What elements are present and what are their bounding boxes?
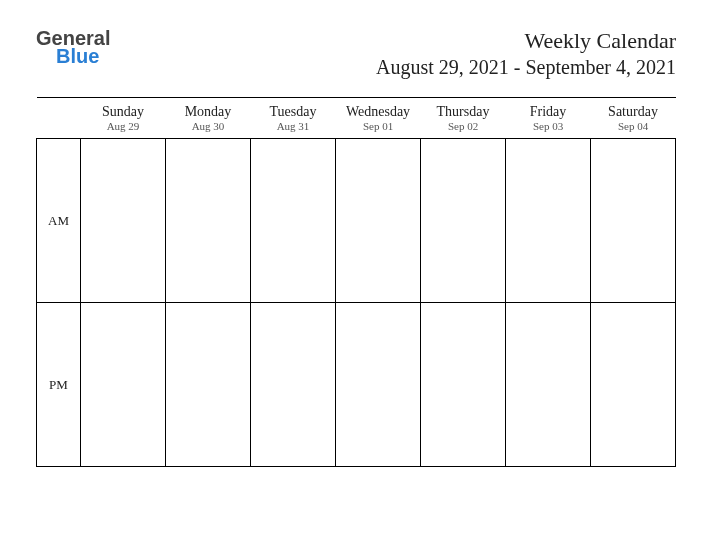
day-header: Saturday [591, 98, 676, 121]
calendar-cell [591, 139, 676, 303]
calendar-cell [251, 303, 336, 467]
header: General Blue Weekly Calendar August 29, … [36, 28, 676, 79]
logo-part2: Blue [56, 46, 110, 66]
page-title: Weekly Calendar [376, 28, 676, 54]
calendar-cell [251, 139, 336, 303]
title-block: Weekly Calendar August 29, 2021 - Septem… [376, 28, 676, 79]
calendar-cell [421, 139, 506, 303]
calendar-cell [81, 139, 166, 303]
day-header: Wednesday [336, 98, 421, 121]
day-date: Sep 04 [591, 120, 676, 139]
day-date: Aug 29 [81, 120, 166, 139]
blank-corner [37, 98, 81, 121]
day-date: Sep 02 [421, 120, 506, 139]
calendar-cell [81, 303, 166, 467]
day-header: Tuesday [251, 98, 336, 121]
calendar-cell [591, 303, 676, 467]
blank-cell [37, 120, 81, 139]
calendar-cell [166, 139, 251, 303]
pm-row: PM [37, 303, 676, 467]
calendar-cell [336, 303, 421, 467]
day-header: Friday [506, 98, 591, 121]
calendar-cell [506, 303, 591, 467]
date-range: August 29, 2021 - September 4, 2021 [376, 56, 676, 79]
weekly-calendar-table: Sunday Monday Tuesday Wednesday Thursday… [36, 97, 676, 467]
day-date: Aug 31 [251, 120, 336, 139]
logo: General Blue [36, 28, 110, 66]
calendar-cell [166, 303, 251, 467]
day-date: Aug 30 [166, 120, 251, 139]
period-label-pm: PM [37, 303, 81, 467]
day-date: Sep 01 [336, 120, 421, 139]
day-name-row: Sunday Monday Tuesday Wednesday Thursday… [37, 98, 676, 121]
calendar-cell [421, 303, 506, 467]
calendar-cell [336, 139, 421, 303]
day-header: Monday [166, 98, 251, 121]
period-label-am: AM [37, 139, 81, 303]
am-row: AM [37, 139, 676, 303]
day-header: Sunday [81, 98, 166, 121]
day-date-row: Aug 29 Aug 30 Aug 31 Sep 01 Sep 02 Sep 0… [37, 120, 676, 139]
day-header: Thursday [421, 98, 506, 121]
calendar-cell [506, 139, 591, 303]
day-date: Sep 03 [506, 120, 591, 139]
